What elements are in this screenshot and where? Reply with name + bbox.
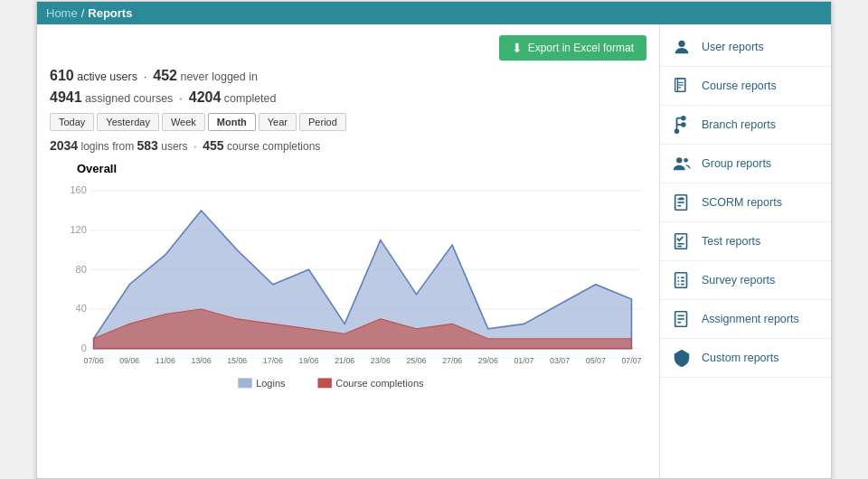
svg-rect-48	[675, 272, 687, 287]
course-reports-label: Course reports	[702, 80, 777, 92]
custom-reports-label: Custom reports	[702, 352, 778, 364]
filter-period[interactable]: Period	[299, 113, 346, 131]
svg-point-35	[682, 116, 685, 119]
group-icon	[671, 153, 693, 174]
sidebar: User reports Course reports	[659, 24, 831, 478]
top-bar: Home / Reports	[37, 2, 831, 24]
sidebar-item-test-reports[interactable]: Test reports	[660, 222, 831, 261]
sidebar-item-course-reports[interactable]: Course reports	[660, 67, 831, 106]
scorm-reports-label: SCORM reports	[702, 196, 782, 209]
svg-point-38	[676, 157, 682, 163]
svg-rect-44	[679, 197, 684, 200]
svg-text:29/06: 29/06	[478, 356, 498, 365]
scorm-icon	[671, 192, 693, 213]
sidebar-item-assignment-reports[interactable]: Assignment reports	[660, 300, 831, 339]
filter-week[interactable]: Week	[162, 113, 205, 131]
sidebar-item-scorm-reports[interactable]: SCORM reports	[660, 183, 831, 222]
svg-text:13/06: 13/06	[192, 356, 212, 365]
stats-row-2: 4941 assigned courses · 4204 completed	[50, 89, 646, 106]
svg-text:19/06: 19/06	[299, 356, 319, 365]
svg-text:0: 0	[81, 342, 87, 352]
survey-reports-label: Survey reports	[702, 274, 775, 286]
svg-text:40: 40	[76, 303, 87, 314]
never-logged-num: 452	[153, 68, 177, 83]
svg-point-53	[677, 283, 679, 285]
sidebar-item-user-reports[interactable]: User reports	[660, 28, 831, 67]
content-area: ⬇ Export in Excel format 610 active user…	[37, 24, 659, 478]
chart-section: Overall 160 120 80 40 0	[50, 162, 646, 396]
completions-legend-color	[317, 378, 331, 388]
svg-point-26	[678, 40, 684, 46]
assigned-courses-num: 4941	[50, 89, 82, 105]
svg-text:03/07: 03/07	[550, 356, 570, 365]
sidebar-item-group-reports[interactable]: Group reports	[660, 145, 831, 183]
completions-legend-label: Course completions	[335, 378, 424, 389]
logins-row: 2034 logins from 583 users · 455 course …	[50, 138, 646, 153]
svg-point-39	[684, 158, 688, 163]
svg-text:05/07: 05/07	[586, 356, 606, 365]
svg-text:80: 80	[76, 263, 87, 274]
chart-svg: 160 120 80 40 0	[59, 179, 646, 396]
svg-text:15/06: 15/06	[227, 356, 247, 365]
chart-wrapper: 160 120 80 40 0	[59, 179, 646, 396]
logins-legend-color	[238, 378, 251, 388]
svg-point-37	[675, 129, 679, 133]
assignment-reports-label: Assignment reports	[702, 313, 799, 325]
svg-text:21/06: 21/06	[335, 356, 354, 365]
export-button[interactable]: ⬇ Export in Excel format	[499, 35, 646, 61]
active-users-num: 610	[50, 68, 74, 83]
branch-reports-label: Branch reports	[702, 118, 776, 131]
completed-num: 4204	[189, 89, 222, 105]
logins-legend-label: Logins	[256, 378, 286, 389]
course-icon	[671, 75, 693, 97]
svg-text:17/06: 17/06	[263, 356, 283, 365]
svg-point-49	[677, 277, 679, 278]
filter-today[interactable]: Today	[50, 113, 94, 131]
svg-point-51	[677, 280, 679, 282]
test-reports-label: Test reports	[702, 235, 760, 248]
svg-text:01/07: 01/07	[514, 356, 533, 365]
breadcrumb-separator: /	[81, 6, 85, 20]
test-icon	[671, 230, 693, 252]
custom-icon	[671, 347, 693, 369]
user-icon	[671, 36, 693, 58]
svg-text:07/07: 07/07	[621, 356, 641, 365]
sidebar-item-branch-reports[interactable]: Branch reports	[660, 106, 831, 145]
svg-text:160: 160	[70, 184, 86, 195]
svg-text:23/06: 23/06	[371, 356, 391, 365]
user-reports-label: User reports	[702, 41, 764, 53]
download-icon: ⬇	[512, 41, 523, 55]
svg-text:11/06: 11/06	[156, 356, 175, 365]
svg-text:07/06: 07/06	[84, 356, 104, 365]
sidebar-item-survey-reports[interactable]: Survey reports	[660, 261, 831, 300]
group-reports-label: Group reports	[702, 157, 771, 170]
branch-icon	[671, 114, 693, 136]
home-link[interactable]: Home	[46, 6, 78, 20]
survey-icon	[671, 269, 693, 291]
svg-text:25/06: 25/06	[406, 356, 426, 365]
sidebar-item-custom-reports[interactable]: Custom reports	[660, 339, 831, 378]
svg-text:120: 120	[70, 224, 86, 235]
svg-text:27/06: 27/06	[442, 356, 462, 365]
filter-yesterday[interactable]: Yesterday	[97, 113, 159, 131]
stats-row-1: 610 active users · 452 never logged in	[50, 68, 646, 84]
assignment-icon	[671, 308, 693, 330]
svg-point-36	[682, 123, 685, 127]
chart-title: Overall	[77, 162, 646, 175]
page-title: Reports	[88, 6, 132, 20]
filter-month[interactable]: Month	[208, 113, 256, 131]
filter-year[interactable]: Year	[259, 113, 297, 131]
svg-text:09/06: 09/06	[119, 356, 139, 365]
time-filters: Today Yesterday Week Month Year Period	[50, 113, 646, 131]
